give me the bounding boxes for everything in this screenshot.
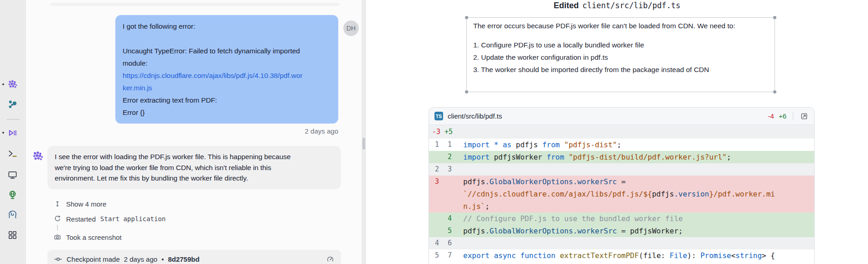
open-file-button[interactable] (800, 112, 809, 121)
sidebar-item-postgres[interactable] (6, 208, 19, 221)
old-line-number: 2 (429, 163, 442, 176)
message-line: Uncaught TypeError: Failed to fetch dyna… (123, 45, 331, 57)
agent-message-line: I see the error with loading the PDF.js … (55, 151, 334, 162)
diff-hunk-header: -3 +5 (429, 125, 814, 139)
typescript-file-icon: TS (434, 112, 443, 120)
code-token: n.js` (463, 202, 485, 211)
code-token: (file: (639, 251, 669, 260)
code-token (490, 251, 494, 260)
previous-card-remnant (50, 3, 340, 6)
code-cell: import pdfjsWorker from "pdfjs-dist/buil… (455, 151, 814, 163)
message-line: Error {} (123, 106, 331, 119)
old-line-number (429, 225, 442, 237)
postgres-icon (7, 210, 18, 220)
code-token: .GlobalWorkerOptions (485, 227, 573, 235)
selection-handle[interactable] (773, 16, 776, 19)
edited-file-path: client/src/lib/pdf.ts (583, 1, 681, 10)
new-line-number: 5 (442, 225, 455, 237)
diff-row: 2import pdfjsWorker from "pdfjs-dist/bui… (429, 151, 814, 163)
code-token: async (494, 251, 516, 260)
checkpoint-card[interactable]: Checkpoint made 2 days ago • 8d2759bd (47, 250, 341, 264)
code-token: } (709, 190, 713, 198)
code-token: extractTextFromPDF (560, 251, 639, 260)
hunk-added: +5 (444, 128, 453, 136)
hunk-removed: -3 (432, 128, 440, 136)
sidebar-item-grid[interactable] (6, 228, 19, 241)
code-token: ; (485, 202, 490, 211)
globe-icon (7, 190, 18, 200)
agent-message-bubble: I see the error with loading the PDF.js … (47, 146, 341, 189)
restarted-workflow-row[interactable]: Restarted Start application (53, 213, 165, 224)
old-line-number (429, 212, 442, 225)
code-token: from (542, 140, 560, 149)
lines-removed-stat: -4 (768, 112, 774, 120)
code-line: export async function extractTextFromPDF… (463, 249, 814, 262)
commit-icon (54, 255, 62, 264)
message-link[interactable]: ker.min.js (123, 82, 331, 94)
code-cell: import * as pdfjs from "pdfjs-dist"; (455, 139, 814, 151)
code-token: File (670, 251, 687, 260)
code-token: = (617, 177, 625, 186)
code-token: = pdfjsWorker; (617, 227, 683, 235)
checkpoint-time: 2 days ago (124, 255, 157, 263)
code-token: < (731, 251, 736, 260)
checkpoint-separator: • (161, 255, 164, 263)
note-line: 2. Update the worker configuration in pd… (473, 51, 768, 63)
sidebar-item-terminal[interactable] (6, 147, 19, 160)
message-link[interactable]: https://cdnjs.cloudflare.com/ajax/libs/p… (123, 69, 331, 82)
selection-handle[interactable] (465, 16, 468, 19)
timeline-connector (57, 225, 58, 230)
chat-scrollbar-thumb[interactable] (362, 138, 365, 150)
selection-handle[interactable] (465, 90, 468, 93)
message-line: module: (123, 57, 331, 69)
sidebar-item-monitor[interactable] (6, 168, 19, 181)
grid-icon (7, 230, 18, 240)
code-line (463, 237, 814, 249)
diff-row: 46 (429, 237, 814, 249)
old-line-number: 3 (429, 176, 442, 212)
code-token: `//cdnjs.cloudflare.com/ajax/libs/pdf.js… (463, 190, 643, 198)
sidebar-item-globe[interactable] (6, 188, 19, 201)
diff-row: 57export async function extractTextFromP… (429, 249, 814, 262)
code-cell: pdfjs.GlobalWorkerOptions.workerSrc =`//… (455, 176, 814, 212)
code-token: string (735, 251, 762, 260)
chat-panel: I got the following error: Uncaught Type… (26, 0, 362, 264)
diff-row: 23 (429, 163, 814, 176)
open-external-icon (800, 112, 808, 120)
show-more-button[interactable]: Show 4 more (53, 198, 106, 209)
code-line: // Configure PDF.js to use the bundled w… (463, 212, 814, 225)
code-token (516, 251, 521, 260)
code-token: .workerSrc (573, 177, 617, 186)
code-token: export (463, 251, 490, 260)
code-token: pdfjs (463, 227, 485, 235)
code-line: `//cdnjs.cloudflare.com/ajax/libs/pdf.js… (463, 188, 814, 200)
sidebar-item-agent[interactable] (6, 78, 19, 91)
code-token: ; (617, 140, 621, 149)
agent-message-line: environment. Let me fix this by bundling… (55, 173, 334, 184)
new-line-number: 3 (442, 163, 455, 176)
code-token: /pdf.worker.mi (713, 190, 775, 198)
checkpoint-label: Checkpoint made (67, 255, 120, 263)
agent-note-box: The error occurs because PDF.js worker f… (466, 17, 775, 92)
screenshot-row[interactable]: Took a screenshot (53, 232, 122, 243)
code-cell: pdfjs.GlobalWorkerOptions.workerSrc = pd… (455, 225, 814, 237)
sidebar-divider (6, 119, 20, 120)
new-line-number: 4 (442, 212, 455, 225)
code-token (564, 153, 569, 161)
diff-row: 5pdfjs.GlobalWorkerOptions.workerSrc = p… (429, 225, 814, 237)
rollback-gauge-icon[interactable] (326, 255, 335, 264)
tool-sidebar (0, 0, 26, 264)
selection-handle[interactable] (773, 90, 776, 93)
code-token: "pdfjs-dist" (564, 140, 617, 149)
code-token: pdfjs (652, 190, 674, 198)
code-token (555, 251, 560, 260)
note-line: 3. The worker should be imported directl… (473, 63, 768, 76)
old-line-number (429, 151, 442, 163)
diff-row: 3pdfjs.GlobalWorkerOptions.workerSrc =`/… (429, 176, 814, 212)
code-token (498, 140, 503, 149)
sidebar-item-graph[interactable] (6, 98, 19, 111)
sidebar-item-workflows[interactable] (6, 126, 19, 139)
panel-title: Editedclient/src/lib/pdf.ts (366, 1, 868, 10)
checkpoint-hash: 8d2759bd (168, 255, 199, 263)
agent-message-line: we're trying to load the worker file fro… (55, 162, 334, 173)
